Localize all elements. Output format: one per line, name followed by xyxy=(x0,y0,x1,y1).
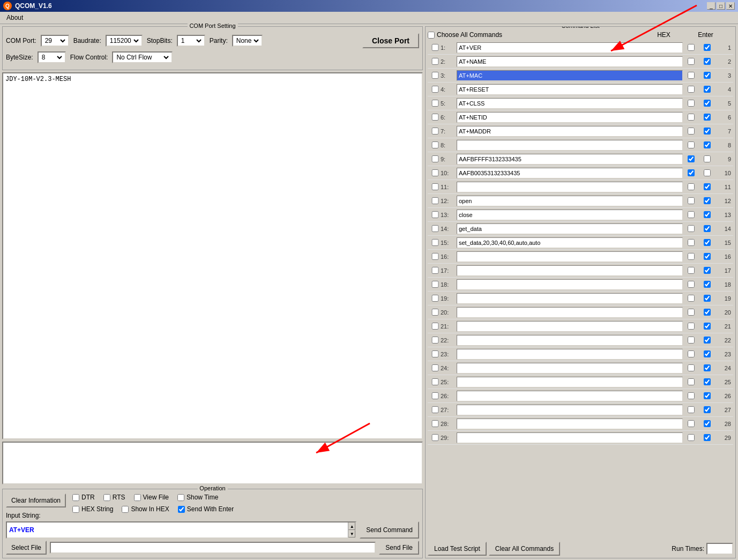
cmd-checkbox-10[interactable] xyxy=(430,169,441,176)
cmd-hex-24[interactable] xyxy=(683,364,699,371)
cmd-input-23[interactable] xyxy=(457,349,683,360)
cmd-checkbox-5[interactable] xyxy=(430,100,441,107)
cmd-checkbox-4[interactable] xyxy=(430,86,441,93)
cmd-checkbox-12[interactable] xyxy=(430,197,441,204)
cmd-hex-14[interactable] xyxy=(683,225,699,232)
cmd-enter-19[interactable] xyxy=(699,295,715,302)
cmd-checkbox-3[interactable] xyxy=(430,72,441,79)
cmd-hex-27[interactable] xyxy=(683,406,699,413)
cmd-checkbox-24[interactable] xyxy=(430,364,441,371)
cmd-checkbox-27[interactable] xyxy=(430,406,441,413)
minimize-button[interactable]: _ xyxy=(707,2,715,10)
send-file-button[interactable]: Send File xyxy=(379,541,419,555)
cmd-hex-29[interactable] xyxy=(683,434,699,441)
cmd-enter-29[interactable] xyxy=(699,434,715,441)
cmd-checkbox-2[interactable] xyxy=(430,58,441,65)
parity-dropdown[interactable]: None xyxy=(234,36,260,45)
clear-all-commands-button[interactable]: Clear All Commands xyxy=(489,542,560,556)
cmd-checkbox-25[interactable] xyxy=(430,378,441,385)
maximize-button[interactable]: □ xyxy=(717,2,725,10)
cmd-enter-17[interactable] xyxy=(699,267,715,274)
cmd-input-25[interactable] xyxy=(457,377,683,387)
file-path-input[interactable] xyxy=(50,542,376,554)
cmd-input-3[interactable] xyxy=(457,70,683,81)
cmd-checkbox-7[interactable] xyxy=(430,128,441,135)
show-time-checkbox[interactable]: Show Time xyxy=(177,494,218,501)
close-button[interactable]: ✕ xyxy=(726,2,735,10)
cmd-hex-11[interactable] xyxy=(683,183,699,190)
scroll-down-btn[interactable]: ▼ xyxy=(348,530,355,537)
cmd-input-29[interactable] xyxy=(457,432,683,443)
cmd-input-12[interactable] xyxy=(457,196,683,206)
bytesize-select[interactable]: 8 xyxy=(38,51,66,63)
input-string-input[interactable] xyxy=(7,522,348,537)
cmd-input-10[interactable] xyxy=(457,168,683,178)
cmd-checkbox-9[interactable] xyxy=(430,155,441,162)
cmd-checkbox-15[interactable] xyxy=(430,239,441,246)
cmd-hex-15[interactable] xyxy=(683,239,699,246)
cmd-enter-20[interactable] xyxy=(699,309,715,316)
cmd-input-19[interactable] xyxy=(457,293,683,304)
cmd-enter-25[interactable] xyxy=(699,378,715,385)
send-with-enter-checkbox[interactable]: Send With Enter xyxy=(178,505,234,513)
show-in-hex-checkbox[interactable]: Show In HEX xyxy=(122,505,169,513)
cmd-enter-27[interactable] xyxy=(699,406,715,413)
cmd-input-2[interactable] xyxy=(457,56,683,67)
run-times-input[interactable] xyxy=(706,543,733,555)
select-file-button[interactable]: Select File xyxy=(6,541,47,555)
cmd-hex-13[interactable] xyxy=(683,211,699,218)
cmd-input-6[interactable] xyxy=(457,112,683,123)
cmd-checkbox-13[interactable] xyxy=(430,211,441,218)
cmd-enter-14[interactable] xyxy=(699,225,715,232)
cmd-hex-26[interactable] xyxy=(683,392,699,399)
stopbits-dropdown[interactable]: 1 xyxy=(179,36,203,45)
cmd-input-7[interactable] xyxy=(457,126,683,137)
cmd-hex-25[interactable] xyxy=(683,378,699,385)
cmd-enter-4[interactable] xyxy=(699,86,715,93)
cmd-hex-12[interactable] xyxy=(683,197,699,204)
cmd-enter-22[interactable] xyxy=(699,337,715,344)
cmd-enter-6[interactable] xyxy=(699,114,715,121)
cmd-enter-7[interactable] xyxy=(699,128,715,135)
close-port-button[interactable]: Close Port xyxy=(362,33,419,48)
parity-select[interactable]: None xyxy=(232,35,263,47)
cmd-checkbox-21[interactable] xyxy=(430,323,441,330)
cmd-enter-8[interactable] xyxy=(699,141,715,148)
cmd-input-22[interactable] xyxy=(457,335,683,346)
cmd-enter-11[interactable] xyxy=(699,183,715,190)
cmd-hex-1[interactable] xyxy=(683,44,699,51)
cmd-checkbox-22[interactable] xyxy=(430,337,441,344)
cmd-checkbox-14[interactable] xyxy=(430,225,441,232)
cmd-input-20[interactable] xyxy=(457,307,683,318)
cmd-input-1[interactable] xyxy=(457,42,683,53)
choose-all-checkbox[interactable] xyxy=(428,32,435,39)
cmd-enter-10[interactable] xyxy=(699,169,715,176)
flow-control-select[interactable]: No Ctrl Flow xyxy=(112,51,173,63)
cmd-hex-8[interactable] xyxy=(683,141,699,148)
cmd-hex-22[interactable] xyxy=(683,337,699,344)
dtr-checkbox[interactable]: DTR xyxy=(72,494,95,501)
cmd-hex-6[interactable] xyxy=(683,114,699,121)
cmd-input-26[interactable] xyxy=(457,391,683,401)
cmd-input-18[interactable] xyxy=(457,279,683,290)
cmd-enter-12[interactable] xyxy=(699,197,715,204)
cmd-enter-3[interactable] xyxy=(699,72,715,79)
cmd-hex-4[interactable] xyxy=(683,86,699,93)
cmd-input-13[interactable] xyxy=(457,210,683,220)
com-port-dropdown[interactable]: 29 xyxy=(43,36,67,45)
cmd-enter-21[interactable] xyxy=(699,323,715,330)
cmd-hex-20[interactable] xyxy=(683,309,699,316)
cmd-hex-21[interactable] xyxy=(683,323,699,330)
cmd-hex-7[interactable] xyxy=(683,128,699,135)
cmd-enter-16[interactable] xyxy=(699,253,715,260)
cmd-checkbox-19[interactable] xyxy=(430,295,441,302)
send-command-button[interactable]: Send Command xyxy=(360,521,419,539)
cmd-checkbox-11[interactable] xyxy=(430,183,441,190)
cmd-enter-23[interactable] xyxy=(699,350,715,357)
cmd-hex-17[interactable] xyxy=(683,267,699,274)
cmd-checkbox-18[interactable] xyxy=(430,281,441,288)
cmd-hex-10[interactable] xyxy=(683,169,699,176)
cmd-hex-5[interactable] xyxy=(683,100,699,107)
secondary-input-area[interactable] xyxy=(2,442,423,484)
cmd-checkbox-1[interactable] xyxy=(430,44,441,51)
